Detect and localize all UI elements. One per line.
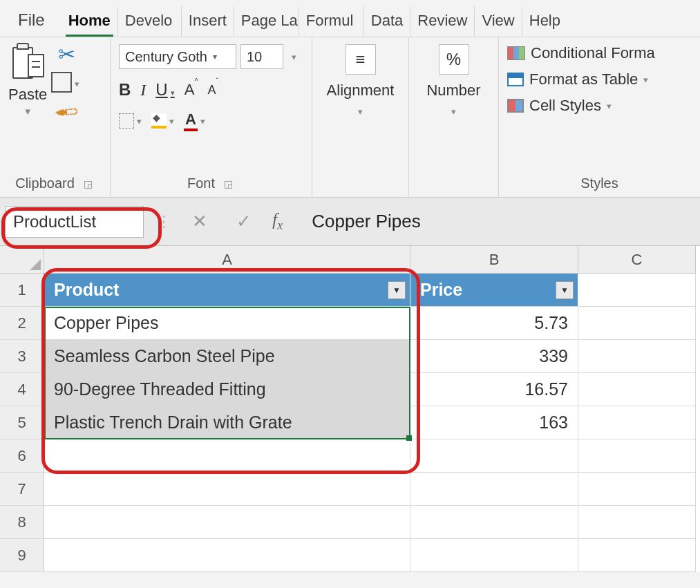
increase-font-icon[interactable]: A^: [185, 81, 198, 99]
borders-button[interactable]: ▾: [119, 113, 142, 129]
cell-styles-icon: [507, 99, 524, 113]
formula-bar: ⋮ ✕ ✓ fx Copper Pipes: [0, 198, 700, 246]
cell[interactable]: 90-Degree Threaded Fitting: [44, 373, 410, 406]
alignment-dropdown-icon[interactable]: ▾: [358, 106, 363, 117]
table-header-price[interactable]: Price ▼: [410, 274, 578, 307]
column-header-a[interactable]: A: [44, 246, 410, 274]
cell-styles-label: Cell Styles: [529, 97, 601, 115]
table-header-product[interactable]: Product ▼: [44, 274, 410, 307]
fx-icon[interactable]: fx: [272, 209, 283, 233]
cell[interactable]: [44, 506, 410, 539]
row-header[interactable]: 1: [0, 274, 44, 307]
format-painter-icon[interactable]: 🖌: [53, 98, 80, 125]
accept-formula-icon[interactable]: ✓: [228, 211, 260, 232]
row-header[interactable]: 6: [0, 439, 44, 473]
tab-review[interactable]: Review: [410, 6, 475, 37]
row-header[interactable]: 8: [0, 506, 44, 539]
filter-icon[interactable]: ▼: [388, 281, 406, 299]
cell[interactable]: 16.57: [410, 373, 578, 406]
copy-icon: [54, 75, 72, 93]
cell[interactable]: [410, 539, 578, 572]
cell[interactable]: 339: [410, 340, 578, 373]
group-label-font: Font: [187, 176, 215, 191]
underline-button[interactable]: U▾: [155, 80, 174, 99]
ribbon-tabs: File Home Develo Insert Page La Formul D…: [0, 0, 700, 37]
alignment-label: Alignment: [327, 82, 395, 99]
cell[interactable]: [578, 439, 696, 473]
select-all-corner[interactable]: [0, 246, 44, 274]
format-as-table-label: Format as Table: [529, 70, 638, 88]
cancel-formula-icon[interactable]: ✕: [184, 211, 216, 232]
cell[interactable]: [410, 439, 578, 473]
cell[interactable]: [44, 539, 410, 572]
column-header-b[interactable]: B: [410, 246, 578, 274]
font-launcher-icon[interactable]: ◲: [222, 178, 235, 190]
cell[interactable]: Plastic Trench Drain with Grate: [44, 406, 410, 439]
row-header[interactable]: 2: [0, 307, 44, 340]
row-header[interactable]: 5: [0, 406, 44, 439]
cell[interactable]: Seamless Carbon Steel Pipe: [44, 340, 410, 373]
italic-button[interactable]: I: [140, 81, 146, 99]
cell[interactable]: Copper Pipes: [44, 307, 410, 340]
tab-developer[interactable]: Develo: [118, 6, 182, 37]
tab-home[interactable]: Home: [62, 6, 118, 37]
decrease-font-icon[interactable]: Aˇ: [208, 82, 219, 97]
paste-button[interactable]: Paste ▼: [8, 44, 47, 117]
row-header[interactable]: 9: [0, 539, 44, 572]
cell[interactable]: [578, 506, 696, 539]
cell[interactable]: 163: [410, 406, 578, 439]
number-format-icon[interactable]: %: [439, 44, 469, 75]
conditional-formatting-button[interactable]: Conditional Forma: [507, 44, 692, 62]
row-header[interactable]: 3: [0, 340, 44, 373]
formula-content[interactable]: Copper Pipes: [295, 211, 421, 232]
cell[interactable]: [578, 340, 696, 373]
tab-file[interactable]: File: [14, 5, 62, 37]
cell[interactable]: [44, 439, 410, 473]
table-header-product-label: Product: [54, 280, 119, 300]
font-color-button[interactable]: A▾: [184, 111, 205, 131]
cell[interactable]: [578, 539, 696, 572]
cell[interactable]: [578, 406, 696, 439]
tab-formulas[interactable]: Formul: [299, 6, 364, 37]
cell[interactable]: [578, 307, 696, 340]
number-dropdown-icon[interactable]: ▾: [451, 106, 456, 117]
fill-color-button[interactable]: ▾: [151, 113, 174, 129]
tab-page-layout[interactable]: Page La: [234, 6, 299, 37]
paste-dropdown-icon[interactable]: ▼: [23, 106, 32, 117]
format-as-table-icon: [507, 73, 524, 86]
cell[interactable]: [578, 373, 696, 406]
conditional-formatting-icon: [507, 46, 525, 60]
clipboard-launcher-icon[interactable]: ◲: [82, 178, 95, 190]
name-box[interactable]: [6, 206, 144, 238]
font-name-combo[interactable]: Century Goth▾: [119, 44, 236, 69]
cell[interactable]: [410, 506, 578, 539]
tab-data[interactable]: Data: [364, 6, 410, 37]
alignment-icon[interactable]: ≡: [346, 44, 376, 75]
filter-icon[interactable]: ▼: [556, 281, 574, 299]
cell[interactable]: [578, 473, 696, 506]
row-header[interactable]: 4: [0, 373, 44, 406]
cell-styles-button[interactable]: Cell Styles▾: [507, 97, 692, 115]
row-header[interactable]: 7: [0, 473, 44, 506]
paste-label: Paste: [8, 86, 47, 104]
copy-button[interactable]: ▾: [54, 75, 79, 93]
column-header-c[interactable]: C: [578, 246, 696, 274]
ribbon: Paste ▼ ✂ ▾ 🖌 Clipboard ◲ Century Goth▾ …: [0, 37, 700, 198]
fill-color-icon: [151, 113, 167, 129]
font-name-value: Century Goth: [125, 49, 207, 65]
font-size-dropdown-icon[interactable]: ▾: [287, 52, 301, 62]
cell[interactable]: [44, 473, 410, 506]
bold-button[interactable]: B: [119, 80, 131, 99]
format-as-table-button[interactable]: Format as Table▾: [507, 70, 692, 88]
cell[interactable]: 5.73: [410, 307, 578, 340]
conditional-formatting-label: Conditional Forma: [531, 44, 655, 62]
cut-icon[interactable]: ✂: [58, 44, 75, 65]
tab-insert[interactable]: Insert: [182, 6, 234, 37]
group-label-styles: Styles: [580, 176, 618, 191]
font-size-combo[interactable]: 10: [240, 44, 283, 69]
tab-view[interactable]: View: [475, 6, 522, 37]
cell[interactable]: [410, 473, 578, 506]
cell[interactable]: [578, 274, 696, 307]
group-styles: Conditional Forma Format as Table▾ Cell …: [499, 37, 700, 197]
tab-help[interactable]: Help: [522, 6, 567, 37]
